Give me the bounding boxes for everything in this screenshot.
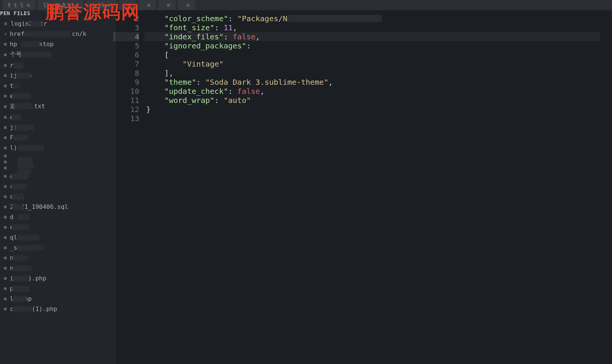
modified-dot-icon — [4, 53, 7, 56]
file-item[interactable]: e k — [0, 222, 115, 232]
close-icon[interactable] — [127, 3, 131, 7]
line-number[interactable]: 12 — [115, 105, 139, 114]
code-line[interactable]: "theme": "Soda Dark 3.sublime-theme", — [146, 78, 600, 87]
line-number[interactable]: 9 — [115, 78, 139, 87]
file-item[interactable]: l). — [0, 143, 115, 153]
minimap[interactable] — [600, 10, 612, 364]
line-number[interactable]: 4 — [115, 32, 139, 41]
file-item[interactable]: jie p — [0, 122, 115, 132]
tab[interactable] — [178, 0, 195, 10]
file-item[interactable]: F h — [0, 132, 115, 143]
close-icon[interactable] — [4, 22, 8, 26]
line-number[interactable]: 6 — [115, 50, 139, 59]
file-item[interactable]: atu p — [0, 171, 115, 181]
file-item[interactable]: c hp — [0, 181, 115, 191]
file-label: c hp — [10, 183, 25, 190]
modified-dot-icon — [4, 308, 7, 311]
file-item[interactable]: et — [0, 91, 115, 101]
line-number[interactable]: 7 — [115, 59, 139, 68]
file-item[interactable]: n — [0, 253, 115, 263]
editor[interactable]: 2345678910111213 "color_scheme": "Packag… — [115, 10, 612, 364]
file-item[interactable]: t — [0, 81, 115, 91]
line-number[interactable]: 3 — [115, 23, 139, 32]
json-string: "auto" — [224, 96, 251, 105]
code-line[interactable]: "Vintage" — [146, 59, 600, 68]
close-icon[interactable] — [26, 3, 30, 7]
punct: ], — [164, 68, 173, 78]
redacted-region — [287, 15, 382, 22]
modified-dot-icon — [4, 84, 7, 87]
file-item[interactable]: 个号 t — [0, 49, 115, 60]
file-item[interactable]: _su — [0, 243, 115, 253]
code-line[interactable]: ], — [146, 68, 600, 78]
file-item[interactable]: in (2).php — [0, 273, 115, 283]
file-item[interactable]: ‹href= os:/ ww.dk cn/k — [0, 29, 115, 39]
file-item[interactable]: 道 KIE.txt — [0, 101, 115, 112]
code-line[interactable]: "word_wrap": "auto" — [146, 96, 600, 105]
punct: } — [146, 105, 151, 114]
modified-dot-icon — [4, 74, 7, 77]
file-item[interactable]: d — [0, 212, 115, 222]
sidebar-section-open-files: PEN FILES — [0, 10, 115, 18]
line-number[interactable]: 13 — [115, 114, 139, 123]
code-line[interactable]: "update_check": false, — [146, 87, 600, 96]
modified-dot-icon — [4, 185, 7, 188]
line-number[interactable]: 11 — [115, 96, 139, 105]
code-line[interactable]: "color_scheme": "Packages/N — [146, 14, 600, 23]
punct: [ — [164, 50, 169, 59]
modified-dot-icon — [4, 154, 7, 157]
json-key: "index_files" — [164, 32, 224, 41]
code-line[interactable]: } — [146, 105, 600, 114]
tab[interactable]: llc M D i — [38, 0, 84, 10]
close-icon[interactable] — [167, 3, 170, 7]
tab[interactable]: t il — [86, 0, 117, 10]
file-item[interactable]: common(1).php — [0, 304, 115, 314]
file-item[interactable]: hp — ,D ktop — [0, 39, 115, 49]
file-label: c pl — [10, 193, 25, 200]
file-label: 个号 t — [10, 51, 29, 59]
file-item[interactable]: c pl — [0, 191, 115, 202]
code-line[interactable]: [ — [146, 50, 600, 59]
close-icon[interactable] — [107, 3, 111, 7]
line-number[interactable]: 10 — [115, 87, 139, 96]
tab[interactable] — [119, 0, 136, 10]
code-line[interactable]: "index_files": false, — [146, 32, 600, 41]
line-number[interactable]: 2 — [115, 14, 139, 23]
punct: : — [228, 14, 237, 23]
modified-dot-icon — [4, 226, 7, 229]
file-item[interactable]: ql — [0, 232, 115, 243]
json-key: "update_check" — [164, 87, 228, 96]
file-item[interactable]: 2( 21_190406.sql — [0, 202, 115, 212]
file-item[interactable]: lo php — [0, 294, 115, 304]
close-icon[interactable] — [186, 3, 190, 7]
punct: : — [215, 23, 224, 32]
code-line[interactable] — [146, 114, 600, 123]
file-item[interactable] — [0, 153, 115, 159]
file-label: rip — [10, 62, 21, 69]
line-number[interactable]: 8 — [115, 68, 139, 78]
code-line[interactable]: "ignored_packages": — [146, 41, 600, 50]
file-item[interactable]: n p — [0, 263, 115, 273]
tab-label: t il — [92, 2, 104, 8]
file-item[interactable]: rip — [0, 60, 115, 70]
file-item[interactable]: p p — [0, 283, 115, 294]
file-item[interactable]: iji uo — [0, 70, 115, 81]
app-root: 鹏誉源码网 f t lllc M D it il PEN FILES login… — [0, 0, 612, 364]
tab[interactable] — [139, 0, 156, 10]
modified-dot-icon — [4, 146, 7, 149]
file-item[interactable]: login2.htr — [0, 19, 115, 29]
file-label: ql — [10, 234, 17, 241]
close-icon[interactable] — [75, 3, 79, 7]
tab[interactable] — [158, 0, 176, 10]
tab[interactable]: f t l — [2, 0, 36, 10]
modified-dot-icon — [4, 277, 7, 280]
file-label: n — [10, 254, 14, 261]
line-number[interactable]: 5 — [115, 41, 139, 50]
file-item[interactable]: ed — [0, 112, 115, 122]
close-icon[interactable] — [147, 3, 151, 7]
code-line[interactable]: "font_size": 11, — [146, 23, 600, 32]
json-string: "Packages/N — [237, 14, 287, 23]
code-area[interactable]: "color_scheme": "Packages/N "font_size":… — [144, 10, 600, 364]
modified-dot-icon — [4, 116, 7, 119]
file-label: login2.htr — [11, 20, 47, 27]
